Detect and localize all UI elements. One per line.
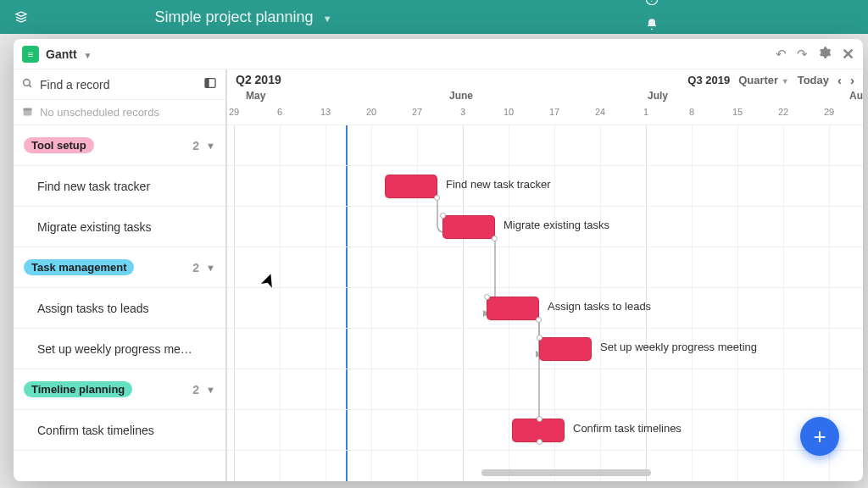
day-label: 6: [277, 107, 282, 117]
svg-line-3: [29, 85, 31, 87]
redo-icon[interactable]: ↷: [797, 47, 808, 62]
gantt-bar[interactable]: [539, 337, 592, 361]
chevron-down-icon: ▼: [206, 385, 215, 395]
close-icon[interactable]: ✕: [842, 45, 854, 64]
zoom-select[interactable]: Quarter ▼: [738, 74, 789, 86]
svg-point-2: [24, 79, 31, 86]
gantt-bar[interactable]: [385, 175, 437, 198]
unscheduled-label: No unscheduled records: [40, 106, 159, 119]
gantt-bar[interactable]: [442, 215, 495, 239]
timeline-header: Q2 2019 Q3 2019 Quarter ▼ Today ‹ › MayJ…: [227, 69, 863, 125]
day-label: 1: [643, 107, 648, 117]
view-switcher[interactable]: Gantt ▼: [46, 47, 92, 61]
group-header[interactable]: Task management 2 ▼: [14, 247, 225, 288]
month-label: May: [246, 90, 265, 102]
gear-icon[interactable]: [818, 46, 832, 62]
gantt-bar-label: Assign tasks to leads: [548, 300, 651, 313]
task-row[interactable]: Assign tasks to leads: [14, 288, 225, 329]
task-row[interactable]: Confirm task timelines: [14, 410, 225, 451]
chevron-down-icon: ▼: [83, 51, 92, 60]
day-label: 17: [549, 107, 559, 117]
svg-rect-7: [24, 108, 32, 110]
record-rows: Tool setup 2 ▼ Find new task tracker Mig…: [14, 125, 225, 481]
search-input[interactable]: Find a record: [14, 69, 225, 100]
gantt-bar-label: Migrate existing tasks: [504, 219, 609, 231]
gantt-bar-label: Set up weekly progress meeting: [600, 341, 757, 353]
search-placeholder: Find a record: [40, 78, 203, 92]
next-range-button[interactable]: ›: [850, 73, 854, 87]
day-label: 13: [320, 107, 331, 117]
view-name-text: Gantt: [46, 47, 77, 61]
group-count: 2: [192, 261, 199, 274]
chevron-down-icon: ▼: [323, 14, 332, 24]
quarter-right: Q3 2019: [687, 74, 730, 86]
group-header[interactable]: Timeline planning 2 ▼: [14, 369, 225, 410]
undo-icon[interactable]: ↶: [776, 47, 787, 62]
gantt-bar-label: Find new task tracker: [446, 178, 551, 191]
gantt-bar-label: Confirm task timelines: [573, 422, 682, 435]
task-row[interactable]: Migrate existing tasks: [14, 207, 225, 247]
month-label: July: [648, 90, 668, 102]
day-label: 27: [412, 107, 422, 117]
help-icon[interactable]: ?: [645, 0, 659, 9]
day-label: 24: [595, 107, 605, 117]
month-label: Au: [849, 90, 863, 102]
today-button[interactable]: Today: [798, 74, 829, 86]
timeline-grid[interactable]: Find new task tracker Migrate existing t…: [227, 125, 863, 481]
gantt-modal: ≡ Gantt ▼ ↶ ↷ ✕ Find a record: [14, 39, 863, 481]
gantt-view-icon: ≡: [22, 46, 39, 63]
record-sidebar: Find a record No unscheduled records Too…: [14, 69, 227, 481]
day-label: 10: [504, 107, 514, 117]
group-count: 2: [192, 139, 199, 152]
day-label: 20: [366, 107, 376, 117]
group-pill: Tool setup: [24, 137, 94, 153]
gantt-bar[interactable]: [512, 419, 565, 442]
task-row[interactable]: Set up weekly progress me…: [14, 329, 225, 369]
app-title-text: Simple project planning: [154, 8, 313, 25]
svg-text:?: ?: [650, 0, 654, 3]
group-pill: Timeline planning: [24, 381, 132, 397]
group-count: 2: [192, 383, 199, 396]
group-pill: Task management: [24, 259, 134, 275]
gantt-toolbar: ≡ Gantt ▼ ↶ ↷ ✕: [14, 39, 863, 69]
group-header[interactable]: Tool setup 2 ▼: [14, 125, 225, 166]
prev-range-button[interactable]: ‹: [837, 73, 842, 87]
day-label: 22: [778, 107, 788, 117]
calendar-icon: [22, 106, 33, 119]
horizontal-scrollbar[interactable]: [481, 469, 651, 476]
day-label: 15: [732, 107, 743, 117]
day-label: 29: [229, 107, 239, 117]
day-label: 3: [460, 107, 465, 117]
chevron-down-icon: ▼: [206, 141, 215, 151]
month-label: June: [449, 90, 473, 102]
sidebar-collapse-icon[interactable]: [203, 76, 217, 92]
quarter-left: Q2 2019: [236, 73, 281, 86]
task-row[interactable]: Find new task tracker: [14, 166, 225, 207]
bell-icon[interactable]: [645, 18, 659, 35]
app-topbar: Simple project planning ▼ HELP ?: [0, 0, 868, 34]
gantt-bar[interactable]: [487, 297, 539, 320]
chevron-down-icon: ▼: [206, 263, 215, 273]
app-title[interactable]: Simple project planning ▼: [39, 8, 448, 26]
timeline-pane: Q2 2019 Q3 2019 Quarter ▼ Today ‹ › MayJ…: [227, 69, 863, 481]
day-label: 8: [689, 107, 694, 117]
day-label: 29: [824, 107, 834, 117]
unscheduled-toggle[interactable]: No unscheduled records: [14, 100, 225, 125]
add-record-button[interactable]: +: [800, 417, 839, 456]
app-logo-icon: [12, 8, 31, 26]
svg-rect-5: [205, 79, 209, 88]
search-icon: [22, 78, 33, 92]
